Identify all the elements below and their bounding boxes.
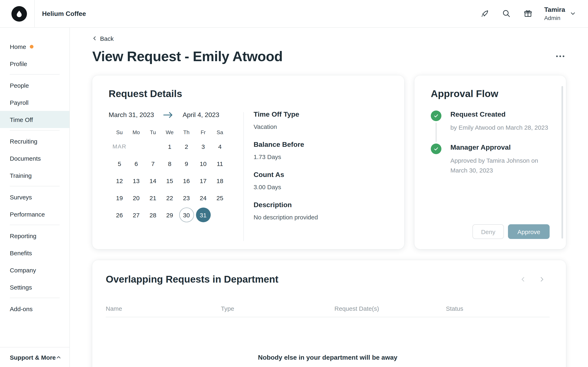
calendar-day[interactable]: 10 — [196, 156, 210, 171]
request-field: Time Off TypeVacation — [254, 110, 388, 130]
sidebar-item-label: Profile — [10, 60, 27, 67]
step-body: Manager ApprovalApproved by Tamira Johns… — [450, 144, 550, 186]
sidebar-divider — [10, 225, 60, 225]
request-details-card: Request Details March 31, 2023 April 4, … — [92, 75, 404, 249]
date-range: March 31, 2023 April 4, 2023 — [109, 110, 243, 119]
calendar-day[interactable]: 2 — [179, 139, 194, 154]
calendar-day[interactable]: 29 — [162, 208, 177, 222]
gift-button[interactable] — [522, 8, 533, 19]
notification-dot — [30, 45, 34, 48]
next-page-button[interactable] — [538, 276, 545, 283]
calendar-day[interactable]: 21 — [146, 191, 160, 205]
calendar-day[interactable]: 15 — [162, 173, 177, 188]
main-content: Back View Request - Emily Atwood Request… — [70, 28, 588, 367]
calendar-day[interactable]: 22 — [162, 191, 177, 205]
step-rail — [431, 144, 441, 186]
approve-button[interactable]: Approve — [508, 224, 550, 239]
calendar-day[interactable]: 12 — [112, 173, 127, 188]
calendar-day[interactable]: 28 — [146, 208, 160, 222]
field-value: No description provided — [254, 214, 388, 221]
calendar-day[interactable]: 18 — [213, 173, 227, 188]
sidebar-item-benefits[interactable]: Benefits — [0, 244, 69, 261]
gift-icon — [523, 9, 532, 18]
field-value: 1.73 Days — [254, 153, 388, 160]
prev-page-button[interactable] — [519, 276, 527, 283]
calendar-day[interactable]: 23 — [179, 191, 194, 205]
sidebar-item-label: Time Off — [10, 116, 33, 123]
title-row: View Request - Emily Atwood — [92, 48, 566, 64]
weekday-label: Th — [183, 129, 190, 135]
calendar-day[interactable]: 11 — [213, 156, 227, 171]
calendar-day[interactable]: 27 — [129, 208, 144, 222]
calendar-day[interactable]: 17 — [196, 173, 210, 188]
top-bar: Helium Coffee — [0, 0, 588, 28]
calendar-empty-cell — [129, 139, 144, 154]
sidebar-item-company[interactable]: Company — [0, 261, 69, 278]
brand: Helium Coffee — [11, 0, 86, 27]
sidebar-item-payroll[interactable]: Payroll — [0, 94, 69, 111]
sidebar-item-recruiting[interactable]: Recruiting — [0, 133, 69, 150]
calendar-day[interactable]: 6 — [129, 156, 144, 171]
support-more-button[interactable]: Support & More — [0, 347, 69, 367]
calendar-day[interactable]: 1 — [162, 139, 177, 154]
sidebar-item-label: Recruiting — [10, 138, 37, 145]
calendar-day[interactable]: 24 — [196, 191, 210, 205]
sidebar-item-time-off[interactable]: Time Off — [0, 111, 69, 128]
calendar-day[interactable]: 31 — [196, 208, 210, 222]
step-title: Request Created — [450, 110, 548, 119]
sidebar-item-people[interactable]: People — [0, 77, 69, 94]
field-label: Time Off Type — [254, 110, 388, 119]
sidebar-item-performance[interactable]: Performance — [0, 206, 69, 223]
sidebar-divider — [10, 74, 60, 75]
deny-button[interactable]: Deny — [472, 224, 504, 239]
approval-actions: Deny Approve — [431, 224, 550, 239]
sidebar-item-profile[interactable]: Profile — [0, 55, 69, 72]
sidebar-item-documents[interactable]: Documents — [0, 150, 69, 167]
step-rail — [431, 110, 441, 144]
calendar-day[interactable]: 4 — [213, 139, 227, 154]
search-button[interactable] — [501, 8, 511, 19]
header-actions: Tamira Admin — [479, 6, 576, 22]
scrollbar[interactable] — [562, 86, 563, 239]
calendar-day[interactable]: 30 — [179, 208, 194, 222]
calendar-day[interactable]: 9 — [179, 156, 194, 171]
sidebar-item-surveys[interactable]: Surveys — [0, 188, 69, 206]
field-label: Count As — [254, 171, 388, 179]
sidebar-item-label: Benefits — [10, 249, 32, 256]
calendar-day[interactable]: 13 — [129, 173, 144, 188]
sidebar-item-add-ons[interactable]: Add-ons — [0, 300, 69, 317]
sidebar-item-settings[interactable]: Settings — [0, 278, 69, 296]
calendar-month-label: MAR — [112, 139, 127, 154]
calendar-day[interactable]: 19 — [112, 191, 127, 205]
ellipsis-icon — [556, 55, 558, 57]
calendar-day[interactable]: 26 — [112, 208, 127, 222]
rocket-button[interactable] — [479, 8, 490, 19]
calendar-day[interactable]: 14 — [146, 173, 160, 188]
brand-name: Helium Coffee — [42, 10, 86, 17]
weekday-label: Su — [116, 129, 123, 135]
chevron-left-icon — [92, 36, 97, 41]
pagination — [519, 276, 545, 283]
sidebar-item-reporting[interactable]: Reporting — [0, 227, 69, 244]
weekday-label: Sa — [217, 129, 223, 135]
sidebar-item-label: Settings — [10, 284, 32, 291]
sidebar-item-training[interactable]: Training — [0, 167, 69, 184]
overlapping-header: Overlapping Requests in Department — [106, 273, 550, 285]
back-label: Back — [100, 35, 114, 42]
user-menu[interactable]: Tamira Admin — [544, 6, 576, 22]
back-link[interactable]: Back — [92, 34, 114, 42]
sidebar-item-home[interactable]: Home — [0, 38, 69, 55]
calendar-day[interactable]: 16 — [179, 173, 194, 188]
calendar-day[interactable]: 5 — [112, 156, 127, 171]
app-logo[interactable] — [11, 6, 27, 21]
step-body: Request Createdby Emily Atwood on March … — [450, 110, 548, 144]
calendar-day[interactable]: 3 — [196, 139, 210, 154]
calendar-day[interactable]: 7 — [146, 156, 160, 171]
sidebar-item-label: Reporting — [10, 232, 36, 239]
calendar-day[interactable]: 25 — [213, 191, 227, 205]
sidebar-item-label: Company — [10, 267, 36, 273]
calendar-day[interactable]: 20 — [129, 191, 144, 205]
calendar-day[interactable]: 8 — [162, 156, 177, 171]
more-options-button[interactable] — [554, 52, 566, 60]
request-details-body: March 31, 2023 April 4, 2023 SuMoTuWeThF… — [109, 110, 388, 241]
